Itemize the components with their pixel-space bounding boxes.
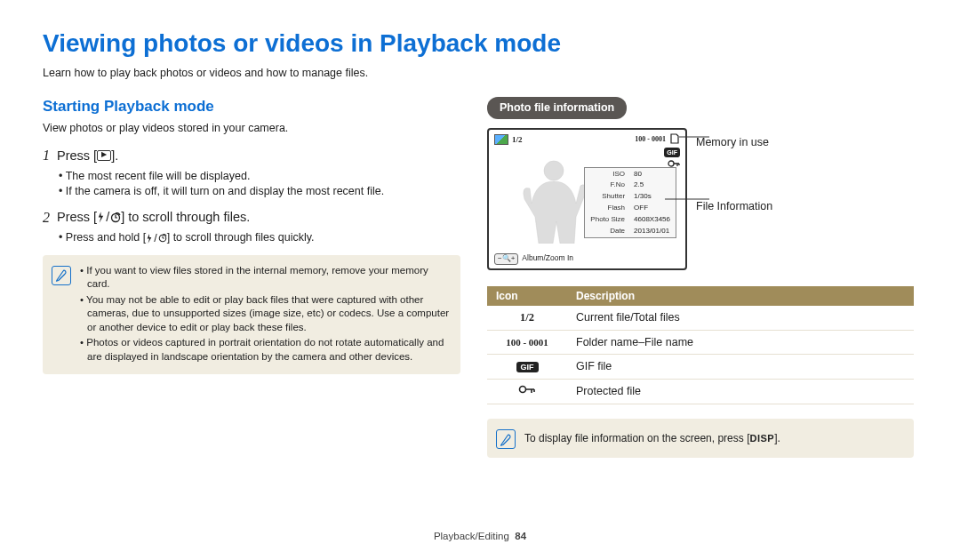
flash-timer-icon: / bbox=[146, 231, 166, 246]
key-icon bbox=[487, 380, 567, 404]
table-row: 1/2 Current file/Total files bbox=[487, 306, 914, 330]
svg-point-3 bbox=[544, 161, 564, 180]
page-footer: Playback/Editing 84 bbox=[0, 530, 960, 544]
step-number: 2 bbox=[43, 208, 50, 228]
table-header-icon: Icon bbox=[487, 286, 567, 306]
memory-card-icon bbox=[669, 133, 680, 147]
callout-memory: Memory in use bbox=[696, 135, 772, 150]
page-title: Viewing photos or videos in Playback mod… bbox=[43, 27, 917, 60]
section-intro: View photos or play videos stored in you… bbox=[43, 121, 460, 136]
lcd-preview: 1/2 100 - 0001 GIF bbox=[487, 128, 687, 270]
note-icon bbox=[496, 429, 516, 449]
photo-file-info-heading: Photo file information bbox=[487, 97, 627, 119]
section-heading: Starting Playback mode bbox=[43, 97, 460, 117]
lcd-bottom-label: Album/Zoom In bbox=[522, 253, 573, 263]
flash-timer-icon: / bbox=[97, 209, 121, 227]
table-header-desc: Description bbox=[567, 286, 914, 306]
step-number: 1 bbox=[43, 146, 50, 165]
disp-button-label: DISP bbox=[749, 433, 774, 444]
table-row: Protected file bbox=[487, 380, 914, 404]
page-subtitle: Learn how to play back photos or videos … bbox=[43, 66, 917, 81]
step-2-bullet-1: Press and hold [/] to scroll through fil… bbox=[59, 230, 460, 245]
file-info-panel: ISO80 F.No2.5 Shutter1/30s FlashOFF Phot… bbox=[584, 167, 676, 239]
note-item-2: You may not be able to edit or play back… bbox=[80, 293, 450, 335]
note-item-1: If you want to view files stored in the … bbox=[80, 264, 450, 292]
step-text: Press [▶]. bbox=[57, 148, 118, 165]
note-box: If you want to view files stored in the … bbox=[43, 255, 460, 375]
tip-box: To display file information on the scree… bbox=[487, 419, 914, 458]
step-1-bullet-2: If the camera is off, it will turn on an… bbox=[59, 184, 460, 199]
right-column: Photo file information 1/2 100 - 0001 bbox=[487, 97, 914, 459]
callout-file-info: File Information bbox=[696, 199, 772, 214]
table-row: GIF GIF file bbox=[487, 355, 914, 380]
step-1: 1 Press [▶]. The most recent file will b… bbox=[43, 146, 460, 198]
note-item-3: Photos or videos captured in portrait or… bbox=[80, 336, 450, 364]
svg-point-2 bbox=[668, 161, 674, 166]
icon-description-table: Icon Description 1/2 Current file/Total … bbox=[487, 286, 914, 405]
svg-point-6 bbox=[520, 387, 526, 393]
note-icon bbox=[52, 266, 71, 285]
step-1-bullet-1: The most recent file will be displayed. bbox=[59, 169, 460, 184]
step-text: Press [/] to scroll through files. bbox=[57, 209, 250, 227]
table-row: 100 - 0001 Folder name–File name bbox=[487, 330, 914, 355]
folder-file-name: 100 - 0001 bbox=[635, 135, 666, 145]
gif-icon: GIF bbox=[516, 362, 539, 372]
left-column: Starting Playback mode View photos or pl… bbox=[43, 97, 460, 459]
file-counter: 1/2 bbox=[512, 134, 523, 145]
step-2: 2 Press [/] to scroll through files. Pre… bbox=[43, 208, 460, 246]
zoom-control-icon: −🔍+ bbox=[494, 253, 518, 265]
playback-button-icon: ▶ bbox=[97, 150, 111, 161]
gif-badge: GIF bbox=[664, 148, 680, 157]
photo-thumb-icon bbox=[494, 134, 508, 145]
